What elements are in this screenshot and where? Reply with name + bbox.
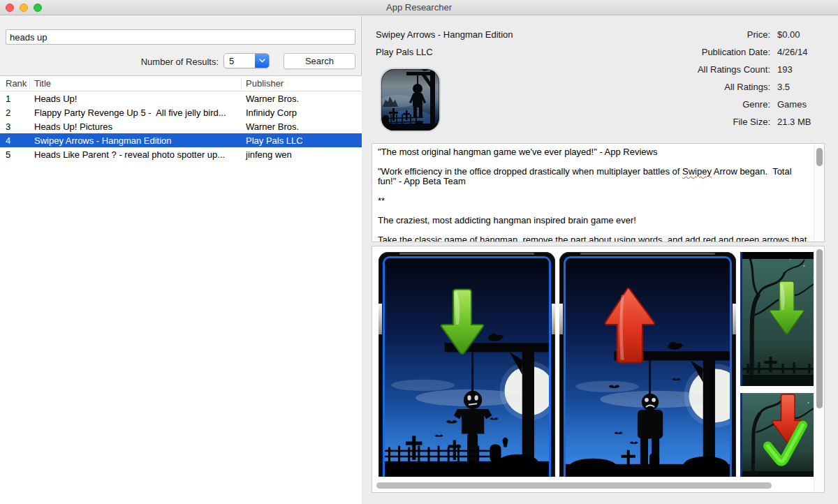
metadata-row: Price:$0.00 [572,30,830,40]
misspelled-word: Swipey [682,166,712,177]
metadata-label: All Ratings Count: [572,65,770,75]
dropdown-selected-value: 5 [229,56,234,66]
metadata-label: Publication Date: [572,47,770,57]
cell-title: Swipey Arrows - Hangman Edition [29,135,241,146]
metadata-row: File Size:21.3 MB [572,117,830,127]
description-line: "The most original hangman game we've ev… [378,147,808,157]
metadata-row: All Ratings:3.5 [572,82,830,92]
column-header-rank[interactable]: Rank [0,78,29,89]
screenshot-graveyard-green-down-arrow [740,252,815,386]
window-title: App Researcher [0,2,838,13]
search-button[interactable]: Search [284,53,355,69]
search-results-pane: Number of Results: 5 Search Rank Title P… [0,16,362,504]
screenshots-box [372,246,825,493]
screenshots-vertical-scrollbar[interactable] [814,246,824,492]
table-row[interactable]: 2Flappy Party Revenge Up 5 - All five je… [0,105,362,119]
app-description-text: "The most original hangman game we've ev… [372,144,814,242]
cell-publisher: Warner Bros. [241,94,362,104]
title-bar: App Researcher [0,0,838,15]
app-metadata-fields: Price:$0.00Publication Date:4/26/14All R… [572,30,830,135]
cell-publisher: jinfeng wen [241,149,362,160]
description-line: ** [378,196,808,206]
detail-publisher: Play Pals LLC [376,47,433,57]
metadata-value: 4/26/14 [777,47,807,57]
cell-rank: 3 [0,121,29,132]
description-scrollbar[interactable] [814,144,824,242]
results-table: Rank Title Publisher 1Heads Up!Warner Br… [0,75,362,504]
metadata-label: Genre: [572,100,770,110]
cell-rank: 4 [0,135,29,146]
description-scrollbar-thumb[interactable] [816,148,823,166]
description-line [378,157,808,167]
cell-rank: 1 [0,94,29,104]
cell-title: Heads Up! [29,94,241,104]
metadata-row: All Ratings Count:193 [572,65,830,75]
app-researcher-window: App Researcher Number of Results: 5 Sear… [0,0,838,504]
metadata-label: File Size: [572,117,770,127]
table-row[interactable]: 1Heads Up!Warner Bros. [0,91,362,105]
table-row[interactable]: 3Heads Up! PicturesWarner Bros. [0,119,362,133]
description-line [378,186,808,196]
results-table-header: Rank Title Publisher [0,76,362,91]
cell-publisher: Infinidy Corp [241,108,362,118]
cell-rank: 5 [0,149,29,160]
chevron-down-icon [255,54,269,68]
metadata-value: 193 [777,65,793,75]
hangman-gallows-app-icon [378,66,442,133]
description-line: The craziest, most addicting hangman ins… [378,216,808,225]
screenshots-vertical-scrollbar-thumb[interactable] [816,249,823,408]
detail-app-title: Swipey Arrows - Hangman Edition [376,29,513,40]
app-detail-pane: Swipey Arrows - Hangman Edition Play Pal… [362,16,838,504]
description-line [378,206,808,216]
screenshot-column-clipped [740,252,815,477]
metadata-value: 21.3 MB [777,117,811,127]
metadata-label: All Ratings: [572,82,770,92]
search-input[interactable] [6,29,355,45]
description-line: Take the classic game of hangman, remove… [378,235,808,242]
metadata-row: Publication Date:4/26/14 [572,47,830,57]
cell-publisher: Warner Bros. [241,121,362,132]
description-line [378,225,808,235]
cell-title: Heads Up! Pictures [29,121,241,132]
screenshot-hangman-red-up-arrow [559,252,736,477]
metadata-label: Price: [572,30,770,40]
description-line: "Work efficiency in the office dropped d… [378,167,808,186]
table-row[interactable]: 4Swipey Arrows - Hangman EditionPlay Pal… [0,133,362,147]
app-description-box: "The most original hangman game we've ev… [372,143,825,242]
metadata-row: Genre:Games [572,100,830,110]
screenshots-horizontal-scrollbar-thumb[interactable] [376,482,772,489]
number-of-results-dropdown[interactable]: 5 [223,53,270,68]
results-table-body: 1Heads Up!Warner Bros.2Flappy Party Reve… [0,91,362,161]
metadata-value: Games [777,100,807,110]
cell-title: Heads Like Parent ? - reveal photo spott… [29,149,241,160]
column-header-title[interactable]: Title [29,78,241,89]
column-header-publisher[interactable]: Publisher [241,78,362,89]
screenshot-hangman-green-down-arrow [378,252,555,477]
table-row[interactable]: 5Heads Like Parent ? - reveal photo spot… [0,147,362,161]
cell-rank: 2 [0,108,29,118]
metadata-value: 3.5 [777,82,790,92]
number-of-results-label: Number of Results: [105,57,219,67]
cell-publisher: Play Pals LLC [241,135,362,146]
cell-title: Flappy Party Revenge Up 5 - All five jel… [29,108,241,118]
screenshot-graveyard-red-arrow-green-check [740,393,815,477]
metadata-value: $0.00 [777,30,800,40]
